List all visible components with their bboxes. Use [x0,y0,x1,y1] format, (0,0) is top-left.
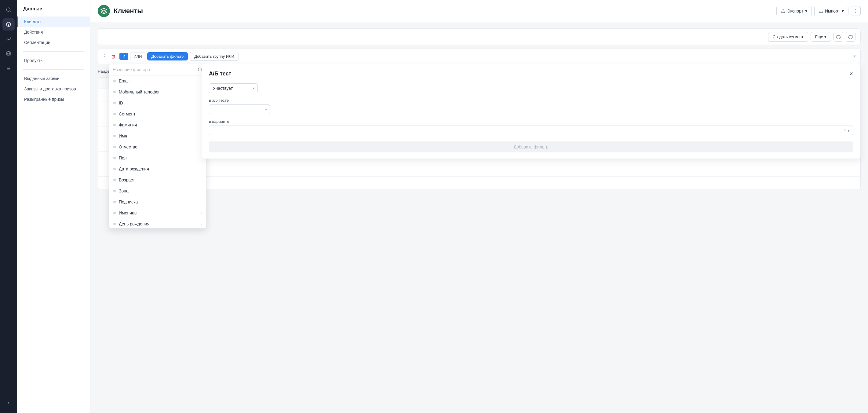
page-header: Клиенты Экспорт ▾ Импорт ▾ [90,0,868,22]
delete-filter-button[interactable] [109,52,118,61]
filter-dropdown: Email Мобильный телефон ID [109,64,207,229]
filter-dot-birthdate [113,168,116,170]
filter-dot-firstname [113,135,116,137]
reset-button[interactable] [834,32,843,41]
filter-item-patronymic[interactable]: Отчество [109,142,206,152]
sidebar-item-orders[interactable]: Заказы и доставка призов [17,84,90,94]
header-logo [98,5,110,17]
import-chevron-icon: ▾ [842,8,844,13]
more-button[interactable]: Еще ▾ [811,32,831,41]
filter-item-age[interactable]: Возраст [109,174,206,185]
or-tag[interactable]: ИЛИ [130,53,145,60]
filter-search-input[interactable] [113,67,195,72]
participates-row: Участвует ▾ [209,83,853,93]
row-8-name[interactable]: Не ука... [121,180,856,185]
svg-point-11 [856,11,856,11]
svg-point-0 [6,8,10,11]
filter-item-email[interactable]: Email [109,76,206,86]
add-filter-disabled-row: Добавить фильтр [209,142,853,152]
variant-clear-button[interactable]: × [844,128,846,133]
filter-list: Email Мобильный телефон ID [109,76,206,228]
more-chevron-icon: ▾ [824,34,827,39]
filter-item-gender[interactable]: Пол [109,152,206,164]
svg-marker-7 [101,8,106,11]
ab-panel-header: А/Б тест × [209,70,853,77]
sidebar-item-segments[interactable]: Сегментации [17,37,90,48]
filter-bar-left: ⋮ И ИЛИ Добавить фильтр Добавить группу … [102,52,239,61]
search-icon[interactable] [2,4,15,16]
add-filter-button[interactable]: Добавить фильтр [147,52,188,60]
page-title: Клиенты [114,7,143,15]
add-group-button[interactable]: Добавить группу ИЛИ [190,52,239,61]
ab-panel-close-button[interactable]: × [849,70,853,77]
table-row: Не ука... [98,177,860,189]
top-filter-bar: Создать сегмент Еще ▾ [98,28,861,45]
filter-bar: ⋮ И ИЛИ Добавить фильтр Добавить группу … [98,49,861,64]
drag-handle-icon[interactable]: ⋮ [102,54,107,59]
filter-item-birthdate[interactable]: Дата рождения [109,164,206,174]
filter-item-subscription[interactable]: Подписка [109,197,206,207]
filter-dot-subscription [113,201,116,203]
filter-item-phone[interactable]: Мобильный телефон [109,86,206,97]
filter-dot-patronymic [113,146,116,148]
filter-item-lastname[interactable]: Фамилия [109,119,206,130]
arrow-left-icon[interactable] [2,397,15,409]
participates-select-wrapper: Участвует ▾ [209,83,258,93]
filter-item-segment[interactable]: Сегмент [109,109,206,119]
import-button[interactable]: Импорт ▾ [814,6,848,16]
filter-dot-nameday [113,212,116,214]
filter-search [109,64,206,76]
variant-input[interactable] [212,128,844,133]
export-button[interactable]: Экспорт ▾ [776,6,812,16]
table-row: Не ука... [98,164,860,177]
create-segment-button[interactable]: Создать сегмент [768,32,808,41]
filter-dot-email [113,80,116,82]
filter-item-nameday[interactable]: Именины › [109,207,206,218]
in-ab-test-label: в а/б тесте [209,98,853,102]
sidebar-item-products[interactable]: Продукты [17,55,90,66]
filter-dot-zone [113,190,116,192]
sidebar-item-clients[interactable]: Клиенты [17,17,90,27]
globe-icon[interactable] [2,48,15,60]
export-chevron-icon: ▾ [805,8,807,13]
sidebar: Данные Клиенты Действия Сегментации Прод… [17,0,90,413]
sidebar-item-prizes[interactable]: Разыгранные призы [17,94,90,105]
participates-select[interactable]: Участвует [209,83,258,93]
svg-marker-1 [6,22,11,25]
svg-point-13 [198,68,202,71]
filter-dot-phone [113,91,116,93]
filter-dot-age [113,179,116,181]
ab-test-select[interactable] [209,105,270,114]
filter-dot-segment [113,113,116,115]
more-options-button[interactable] [851,6,861,16]
filter-item-zone[interactable]: Зона [109,185,206,197]
ab-panel-title: А/Б тест [209,70,231,77]
in-variant-label: в варианте [209,119,853,124]
and-tag[interactable]: И [119,53,128,60]
main-content: Клиенты Экспорт ▾ Импорт ▾ Создать сегме… [90,0,868,413]
trending-icon[interactable] [2,33,15,45]
header-actions: Экспорт ▾ Импорт ▾ [776,6,861,16]
sidebar-nav: Клиенты Действия Сегментации Продукты Вы… [17,17,90,105]
birthday-arrow-icon: › [201,222,202,226]
svg-point-10 [856,9,856,10]
row-7-name[interactable]: Не ука... [121,168,856,173]
content-area: Создать сегмент Еще ▾ ⋮ [90,22,868,413]
layers-icon[interactable] [2,18,15,31]
sliders-icon[interactable] [2,62,15,75]
close-filter-icon[interactable]: × [853,53,856,60]
filter-item-firstname[interactable]: Имя [109,130,206,142]
sidebar-item-actions[interactable]: Действия [17,27,90,37]
filter-item-birthday[interactable]: День рождения › [109,218,206,228]
in-ab-test-row: в а/б тесте ▾ [209,98,853,114]
refresh-button[interactable] [846,32,856,41]
nameday-arrow-icon: › [201,211,202,215]
filter-item-id[interactable]: ID [109,97,206,109]
filter-dot-id [113,102,116,104]
ab-test-panel: А/Б тест × Участвует ▾ в а/б тесте [202,64,861,159]
sidebar-divider [23,51,84,52]
sidebar-item-issued[interactable]: Выданные заявки [17,73,90,84]
variant-input-wrapper: × ▾ [209,125,853,135]
header-left: Клиенты [98,5,143,17]
ab-test-select-wrapper: ▾ [209,105,270,114]
